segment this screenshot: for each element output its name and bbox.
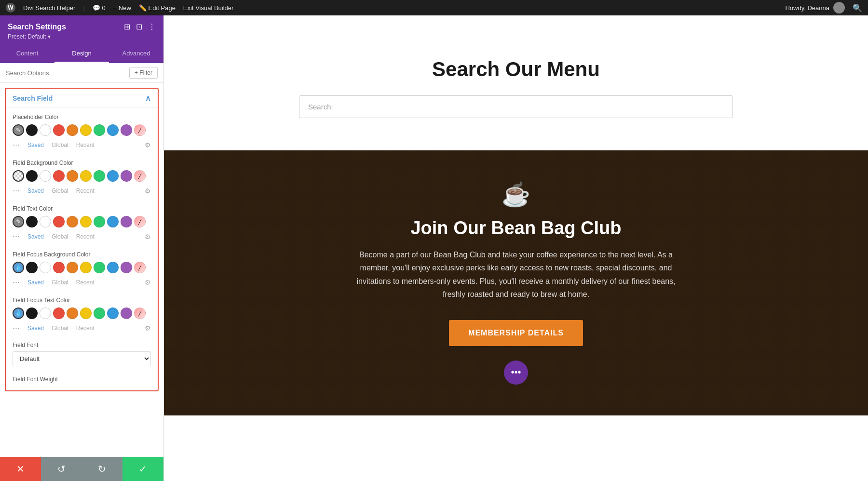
undo-button[interactable]: ↺	[41, 457, 82, 481]
field-bg-more-dots[interactable]: ···	[13, 186, 20, 196]
field-font-select[interactable]: Default	[13, 351, 151, 366]
swatch-red-4[interactable]	[53, 262, 65, 273]
field-text-more-dots[interactable]: ···	[13, 231, 20, 241]
swatch-white[interactable]	[40, 124, 51, 136]
swatch-black-2[interactable]	[26, 170, 38, 182]
field-bg-saved-tab[interactable]: Saved	[27, 187, 44, 194]
swatch-black-4[interactable]	[26, 262, 38, 273]
field-focus-bg-global-tab[interactable]: Global	[52, 279, 68, 286]
tab-design[interactable]: Design	[54, 45, 109, 63]
swatch-white-5[interactable]	[40, 307, 51, 319]
swatch-black[interactable]	[26, 124, 38, 136]
divi-search-helper-link[interactable]: Divi Search Helper	[23, 4, 75, 12]
new-link[interactable]: + New	[113, 4, 131, 12]
swatch-green-4[interactable]	[94, 262, 105, 273]
field-focus-text-saved-tab[interactable]: Saved	[27, 325, 44, 332]
swatch-eraser-3[interactable]: ╱	[134, 216, 146, 227]
filter-button[interactable]: + Filter	[129, 67, 158, 79]
swatch-blue-3[interactable]	[107, 216, 119, 227]
swatch-orange-2[interactable]	[67, 170, 78, 182]
swatch-green-5[interactable]	[94, 307, 105, 319]
swatch-eraser[interactable]: ╱	[134, 124, 146, 136]
field-text-recent-tab[interactable]: Recent	[76, 233, 95, 240]
save-button[interactable]: ✓	[122, 457, 163, 481]
field-focus-text-recent-tab[interactable]: Recent	[76, 325, 95, 332]
preset-selector[interactable]: Preset: Default ▾	[8, 33, 156, 40]
swatch-red-5[interactable]	[53, 307, 65, 319]
swatch-yellow-4[interactable]	[80, 262, 92, 273]
field-focus-text-gear-icon[interactable]: ⚙	[145, 324, 151, 332]
field-focus-text-dropper-icon[interactable]: 💧	[13, 307, 24, 319]
placeholder-pencil-icon[interactable]: ✎	[13, 124, 24, 136]
field-text-gear-icon[interactable]: ⚙	[145, 233, 151, 240]
field-focus-bg-saved-tab[interactable]: Saved	[27, 279, 44, 286]
swatch-white-3[interactable]	[40, 216, 51, 227]
swatch-eraser-5[interactable]: ╱	[134, 307, 146, 319]
membership-details-button[interactable]: Membership Details	[449, 320, 583, 346]
more-options-icon[interactable]: ⋮	[148, 22, 156, 31]
swatch-orange-3[interactable]	[67, 216, 78, 227]
swatch-blue-2[interactable]	[107, 170, 119, 182]
swatch-yellow-3[interactable]	[80, 216, 92, 227]
field-bg-recent-tab[interactable]: Recent	[76, 187, 95, 194]
swatch-yellow[interactable]	[80, 124, 92, 136]
tab-advanced[interactable]: Advanced	[109, 45, 163, 63]
edit-page-link[interactable]: ✏️ Edit Page	[139, 4, 176, 12]
field-focus-text-global-tab[interactable]: Global	[52, 325, 68, 332]
swatch-green-2[interactable]	[94, 170, 105, 182]
field-focus-bg-gear-icon[interactable]: ⚙	[145, 279, 151, 286]
swatch-red-2[interactable]	[53, 170, 65, 182]
comments-link[interactable]: 💬 0	[93, 4, 106, 12]
swatch-orange-5[interactable]	[67, 307, 78, 319]
field-focus-bg-recent-tab[interactable]: Recent	[76, 279, 95, 286]
swatch-purple-2[interactable]	[121, 170, 132, 182]
swatch-black-5[interactable]	[26, 307, 38, 319]
swatch-red[interactable]	[53, 124, 65, 136]
swatch-purple[interactable]	[121, 124, 132, 136]
field-text-global-tab[interactable]: Global	[52, 233, 68, 240]
swatch-yellow-2[interactable]	[80, 170, 92, 182]
split-icon[interactable]: ⊡	[136, 22, 142, 31]
search-options-input[interactable]	[6, 69, 125, 77]
swatch-yellow-5[interactable]	[80, 307, 92, 319]
section-header[interactable]: Search Field ∧	[6, 89, 158, 108]
swatch-white-2[interactable]	[40, 170, 51, 182]
swatch-white-4[interactable]	[40, 262, 51, 273]
field-bg-global-tab[interactable]: Global	[52, 187, 68, 194]
screen-icon[interactable]: ⊞	[124, 22, 130, 31]
placeholder-recent-tab[interactable]: Recent	[76, 142, 95, 148]
field-focus-text-more-dots[interactable]: ···	[13, 323, 20, 333]
swatch-blue-4[interactable]	[107, 262, 119, 273]
field-bg-transparent-swatch[interactable]	[13, 170, 24, 182]
more-options-button[interactable]: •••	[504, 361, 528, 385]
placeholder-global-tab[interactable]: Global	[52, 142, 68, 148]
swatch-purple-3[interactable]	[121, 216, 132, 227]
cancel-button[interactable]: ✕	[0, 457, 41, 481]
section-collapse-icon[interactable]: ∧	[145, 94, 151, 103]
wp-logo-icon[interactable]: W	[6, 3, 15, 13]
field-text-pencil-icon[interactable]: ✎	[13, 216, 24, 227]
exit-visual-builder-link[interactable]: Exit Visual Builder	[183, 4, 234, 12]
placeholder-gear-icon[interactable]: ⚙	[145, 141, 151, 149]
swatch-eraser-4[interactable]: ╱	[134, 262, 146, 273]
tab-content[interactable]: Content	[0, 45, 54, 63]
swatch-eraser-2[interactable]: ╱	[134, 170, 146, 182]
search-box[interactable]: Search:	[299, 95, 733, 118]
field-bg-gear-icon[interactable]: ⚙	[145, 187, 151, 195]
swatch-blue[interactable]	[107, 124, 119, 136]
placeholder-more-dots[interactable]: ···	[13, 140, 20, 150]
redo-button[interactable]: ↻	[82, 457, 123, 481]
swatch-purple-5[interactable]	[121, 307, 132, 319]
field-text-saved-tab[interactable]: Saved	[27, 233, 44, 240]
admin-search-icon[interactable]: 🔍	[853, 3, 862, 13]
swatch-blue-5[interactable]	[107, 307, 119, 319]
field-focus-bg-more-dots[interactable]: ···	[13, 277, 20, 287]
swatch-orange-4[interactable]	[67, 262, 78, 273]
swatch-orange[interactable]	[67, 124, 78, 136]
field-focus-bg-dropper-icon[interactable]: 💧	[13, 262, 24, 273]
placeholder-saved-tab[interactable]: Saved	[27, 142, 44, 148]
swatch-green[interactable]	[94, 124, 105, 136]
swatch-black-3[interactable]	[26, 216, 38, 227]
swatch-green-3[interactable]	[94, 216, 105, 227]
swatch-purple-4[interactable]	[121, 262, 132, 273]
